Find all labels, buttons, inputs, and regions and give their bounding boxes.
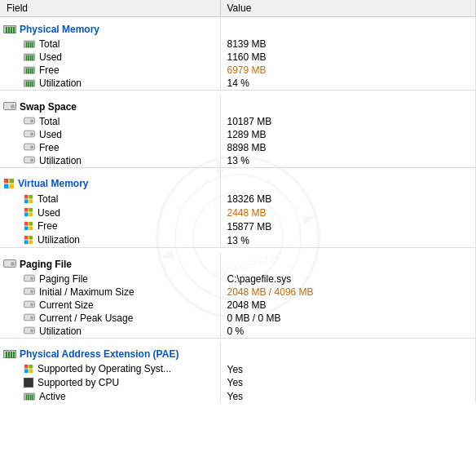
svg-rect-6: [10, 179, 15, 184]
table-row: Supported by Operating Syst...Yes: [0, 362, 476, 376]
field-cell-physical-memory-2: Free: [0, 64, 220, 77]
field-cell-virtual-memory-3: Utilization: [0, 233, 220, 247]
value-cell-virtual-memory-1: 2448 MB: [220, 206, 476, 220]
value-cell-paging-file-3: 0 MB / 0 MB: [220, 312, 476, 325]
table-row: Utilization13 %: [0, 154, 476, 168]
svg-rect-14: [29, 208, 33, 212]
section-title-virtual-memory: Virtual Memory: [0, 171, 220, 193]
svg-rect-10: [29, 195, 33, 199]
svg-rect-16: [29, 213, 33, 217]
value-column-header: Value: [220, 0, 476, 17]
field-cell-pae-1: Supported by CPU: [0, 376, 220, 390]
field-cell-swap-space-1: Used: [0, 128, 220, 141]
section-header-value-virtual-memory: [220, 171, 476, 193]
section-header-value-swap-space: [220, 95, 476, 115]
section-header-swap-space: Swap Space: [0, 95, 476, 115]
table-row: Utilization14 %: [0, 77, 476, 91]
table-row: ActiveYes: [0, 390, 476, 403]
table-row: Initial / Maximum Size2048 MB / 4096 MB: [0, 286, 476, 299]
field-column-header: Field: [0, 0, 220, 17]
field-cell-paging-file-1: Initial / Maximum Size: [0, 286, 220, 299]
field-cell-paging-file-2: Current Size: [0, 299, 220, 312]
section-title-pae: Physical Address Extension (PAE): [0, 342, 220, 362]
svg-rect-26: [29, 365, 33, 369]
svg-rect-15: [24, 213, 29, 217]
svg-rect-20: [29, 227, 33, 231]
field-cell-pae-2: Active: [0, 390, 220, 403]
svg-rect-23: [24, 241, 29, 245]
svg-rect-21: [24, 236, 29, 240]
field-cell-virtual-memory-1: Used: [0, 206, 220, 220]
field-cell-swap-space-2: Free: [0, 141, 220, 154]
value-cell-physical-memory-3: 14 %: [220, 77, 476, 91]
svg-rect-19: [24, 227, 29, 231]
value-cell-pae-0: Yes: [220, 362, 476, 376]
field-cell-swap-space-3: Utilization: [0, 154, 220, 168]
value-cell-virtual-memory-2: 15877 MB: [220, 219, 476, 233]
svg-rect-24: [29, 241, 33, 245]
field-cell-swap-space-0: Total: [0, 115, 220, 128]
value-cell-paging-file-4: 0 %: [220, 325, 476, 339]
field-cell-paging-file-0: Paging File: [0, 272, 220, 286]
section-header-value-physical-memory: [220, 17, 476, 38]
value-cell-physical-memory-1: 1160 MB: [220, 51, 476, 64]
value-cell-swap-space-3: 13 %: [220, 154, 476, 168]
section-header-physical-memory: Physical Memory: [0, 17, 476, 38]
table-row: Paging FileC:\pagefile.sys: [0, 272, 476, 286]
section-title-paging-file: Paging File: [0, 252, 220, 272]
value-cell-paging-file-1: 2048 MB / 4096 MB: [220, 286, 476, 299]
section-title-physical-memory: Physical Memory: [0, 17, 220, 38]
svg-rect-11: [24, 199, 29, 203]
svg-rect-12: [29, 199, 33, 203]
value-cell-virtual-memory-0: 18326 MB: [220, 193, 476, 206]
table-row: Total18326 MB: [0, 193, 476, 206]
svg-rect-8: [10, 184, 15, 188]
value-cell-physical-memory-0: 8139 MB: [220, 38, 476, 51]
section-title-swap-space: Swap Space: [0, 95, 220, 115]
section-header-virtual-memory: Virtual Memory: [0, 171, 476, 193]
table-row: Current Size2048 MB: [0, 299, 476, 312]
value-cell-swap-space-2: 8898 MB: [220, 141, 476, 154]
field-cell-paging-file-4: Utilization: [0, 325, 220, 339]
system-info-table: Field Value Physical MemoryTotal8139 MBU…: [0, 0, 476, 403]
table-row: Supported by CPUYes: [0, 376, 476, 390]
value-cell-swap-space-0: 10187 MB: [220, 115, 476, 128]
svg-rect-27: [24, 369, 29, 373]
table-row: Total8139 MB: [0, 38, 476, 51]
svg-rect-7: [4, 184, 9, 188]
section-header-value-pae: [220, 342, 476, 362]
value-cell-pae-2: Yes: [220, 390, 476, 403]
section-header-pae: Physical Address Extension (PAE): [0, 342, 476, 362]
value-cell-physical-memory-2: 6979 MB: [220, 64, 476, 77]
main-container: Field Value Physical MemoryTotal8139 MBU…: [0, 0, 476, 403]
table-row: Total10187 MB: [0, 115, 476, 128]
table-row: Used1289 MB: [0, 128, 476, 141]
table-row: Utilization13 %: [0, 233, 476, 247]
value-cell-paging-file-2: 2048 MB: [220, 299, 476, 312]
table-row: Free6979 MB: [0, 64, 476, 77]
svg-rect-22: [29, 236, 33, 240]
table-row: Utilization0 %: [0, 325, 476, 339]
value-cell-swap-space-1: 1289 MB: [220, 128, 476, 141]
table-row: Used2448 MB: [0, 206, 476, 220]
svg-rect-17: [24, 222, 29, 226]
value-cell-paging-file-0: C:\pagefile.sys: [220, 272, 476, 286]
field-cell-paging-file-3: Current / Peak Usage: [0, 312, 220, 325]
table-row: Current / Peak Usage0 MB / 0 MB: [0, 312, 476, 325]
field-cell-physical-memory-0: Total: [0, 38, 220, 51]
svg-rect-25: [24, 365, 29, 369]
field-cell-pae-0: Supported by Operating Syst...: [0, 362, 220, 376]
svg-rect-9: [24, 195, 29, 199]
table-row: Free8898 MB: [0, 141, 476, 154]
field-cell-physical-memory-3: Utilization: [0, 77, 220, 91]
svg-rect-13: [24, 208, 29, 212]
svg-rect-5: [4, 179, 9, 184]
value-cell-pae-1: Yes: [220, 376, 476, 390]
field-cell-virtual-memory-0: Total: [0, 193, 220, 206]
value-cell-virtual-memory-3: 13 %: [220, 233, 476, 247]
field-cell-physical-memory-1: Used: [0, 51, 220, 64]
field-cell-virtual-memory-2: Free: [0, 219, 220, 233]
svg-rect-18: [29, 222, 33, 226]
table-row: Used1160 MB: [0, 51, 476, 64]
svg-rect-28: [29, 369, 33, 373]
